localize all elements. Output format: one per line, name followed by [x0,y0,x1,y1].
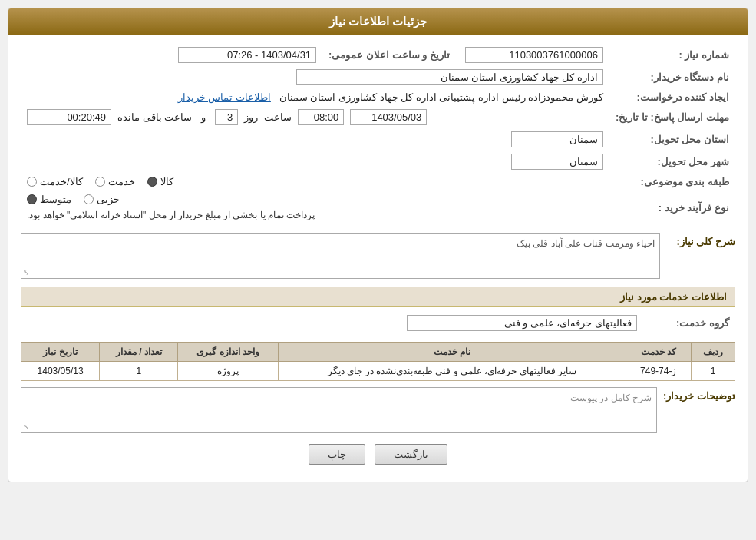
back-button[interactable]: بازگشت [375,444,447,465]
purchase-note: پرداخت تمام یا بخشی از مبلغ خریدار از مح… [27,208,315,222]
cell-code: ز-74-749 [626,362,691,381]
announce-datetime-value: 1403/04/31 - 07:26 [178,47,316,63]
buyer-org-value: اداره کل جهاد کشاورزی استان سمنان [296,69,603,85]
category-kala[interactable]: کالا [147,176,173,187]
services-section-header: اطلاعات خدمات مورد نیاز [21,287,735,307]
buyer-notes-label: توضیحات خریدار: [663,387,735,402]
page-title: جزئیات اطلاعات نیاز [8,8,748,35]
category-kala-khedmat-label: کالا/خدمت [40,176,83,187]
info-table: شماره نیاز : 1103003761000006 تاریخ و سا… [21,44,735,225]
col-row: ردیف [691,343,735,362]
need-desc-label: شرح کلی نیاز: [666,233,735,247]
col-unit: واحد اندازه گیری [178,343,279,362]
purchase-jozvi-radio[interactable] [84,194,94,204]
cell-row: 1 [691,362,735,381]
time-value: 08:00 [298,109,344,125]
cell-count: 1 [100,362,178,381]
col-code: کد خدمت [626,343,691,362]
purchase-type-label: نوع فرآیند خرید : [609,190,735,225]
category-kala-khedmat-radio[interactable] [27,177,37,187]
purchase-jozvi-label: جزیی [97,194,120,205]
need-desc-section: شرح کلی نیاز: احیاء ومرمت قنات علی آباد … [21,233,735,279]
category-label: طبقه بندی موضوعی: [609,173,735,190]
cell-date: 1403/05/13 [21,362,100,381]
service-group-label: گروه خدمت: [643,312,735,334]
buyer-org-label: نام دستگاه خریدار: [609,66,735,88]
buyer-notes-box: شرح کامل در پیوست ⤡ [21,387,657,433]
resize-handle[interactable]: ⤡ [23,268,29,277]
col-count: تعداد / مقدار [100,343,178,362]
city-label: شهر محل تحویل: [609,151,735,173]
need-desc-value: احیاء ومرمت قنات علی آباد قلی بیک [517,238,655,249]
province-label: استان محل تحویل: [609,128,735,151]
creator-label: ایجاد کننده درخواست: [609,88,735,106]
service-group-value: فعالیتهای حرفه‌ای، علمی و فنی [407,315,637,331]
purchase-jozvi[interactable]: جزیی [84,194,120,205]
buyer-notes-placeholder: شرح کامل در پیوست [570,393,652,403]
buyer-notes-resize[interactable]: ⤡ [23,422,29,431]
category-kala-label: کالا [160,176,173,187]
creator-name: کورش محمودزاده رئیس اداره پشتیبانی اداره… [279,91,603,103]
time-label: ساعت [264,111,292,123]
need-number-label: شماره نیاز : [609,44,735,66]
date-value: 1403/05/03 [350,109,427,125]
cell-unit: پروژه [178,362,279,381]
button-row: بازگشت چاپ [21,444,735,472]
category-khedmat[interactable]: خدمت [95,176,135,187]
category-khedmat-radio[interactable] [95,177,105,187]
send-deadline-label: مهلت ارسال پاسخ: تا تاریخ: [609,106,735,128]
days-value: 3 [215,109,238,125]
city-value: سمنان [511,154,603,170]
col-name: نام خدمت [279,343,626,362]
category-kala-khedmat[interactable]: کالا/خدمت [27,176,83,187]
remaining-label: ساعت باقی مانده [117,111,192,123]
announce-datetime-label: تاریخ و ساعت اعلان عمومی: [322,44,456,66]
category-khedmat-label: خدمت [108,176,135,187]
col-date: تاریخ نیاز [21,343,100,362]
remaining-value: 00:20:49 [27,109,111,125]
services-table: ردیف کد خدمت نام خدمت واحد اندازه گیری ت… [21,342,735,381]
service-group-table: گروه خدمت: فعالیتهای حرفه‌ای، علمی و فنی [21,312,735,334]
print-button[interactable]: چاپ [309,444,365,465]
province-value: سمنان [511,131,603,147]
need-desc-box: احیاء ومرمت قنات علی آباد قلی بیک ⤡ [21,233,660,279]
purchase-motavasset[interactable]: متوسط [27,194,71,205]
purchase-motavasset-radio[interactable] [27,194,37,204]
creator-contact-link[interactable]: اطلاعات تماس خریدار [178,91,271,103]
buyer-notes-section: توضیحات خریدار: شرح کامل در پیوست ⤡ [21,387,735,433]
table-row: 1 ز-74-749 سایر فعالیتهای حرفه‌ای، علمی … [21,362,735,381]
cell-name: سایر فعالیتهای حرفه‌ای، علمی و فنی طبقه‌… [279,362,626,381]
need-number-value: 1103003761000006 [465,47,603,63]
purchase-motavasset-label: متوسط [40,194,71,205]
category-kala-radio[interactable] [147,177,157,187]
